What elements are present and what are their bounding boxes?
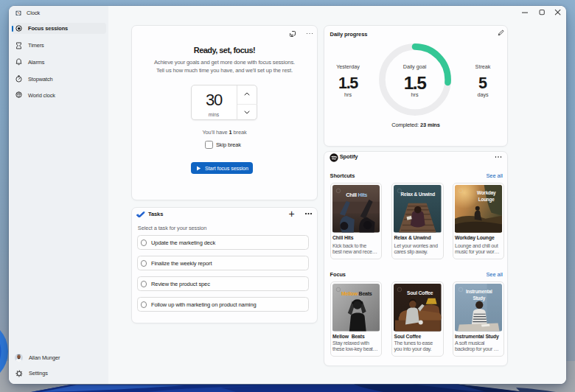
svg-text:Workday: Workday	[477, 190, 496, 196]
svg-text:Relax & Unwind: Relax & Unwind	[400, 192, 435, 197]
svg-text:Mellow Beats: Mellow Beats	[341, 291, 372, 297]
svg-text:Instrumental: Instrumental	[465, 289, 492, 294]
svg-text:Chill Hits: Chill Hits	[346, 192, 367, 198]
svg-text:Soul Coffee: Soul Coffee	[407, 290, 433, 295]
svg-text:Lounge: Lounge	[478, 197, 494, 203]
svg-text:Study: Study	[473, 295, 485, 301]
